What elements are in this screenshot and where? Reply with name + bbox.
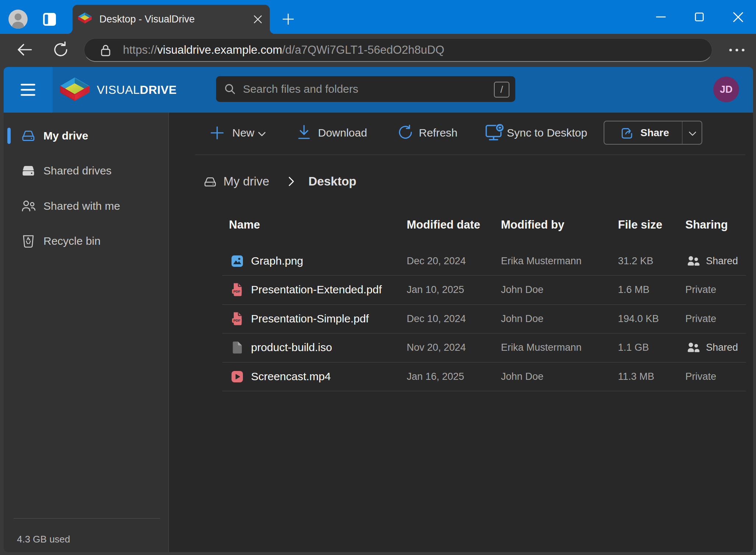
svg-text:PDF: PDF: [233, 318, 240, 322]
svg-text:PDF: PDF: [233, 289, 240, 293]
